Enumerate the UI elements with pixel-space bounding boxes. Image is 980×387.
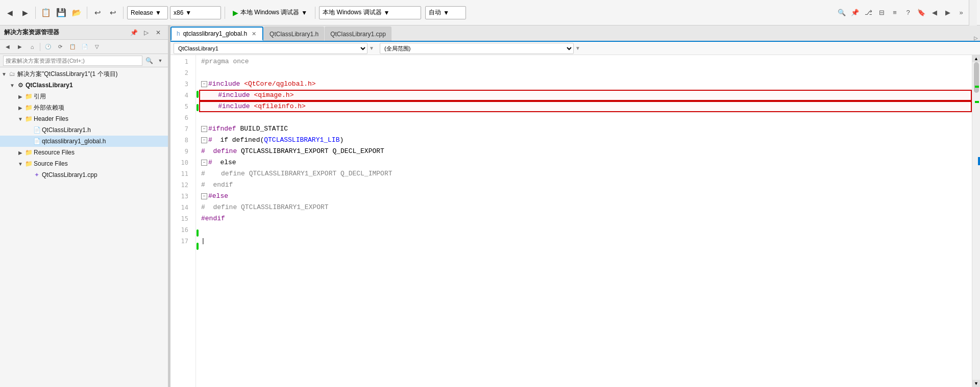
tree-item-resourcefiles[interactable]: ▶📁Resource Files — [0, 147, 168, 158]
debugger-arrow: ▼ — [384, 9, 390, 16]
next-icon-btn[interactable]: ▶ — [942, 7, 953, 18]
tab-close-global[interactable]: ✕ — [250, 30, 257, 37]
sidebar-tb-recent[interactable]: 🕐 — [42, 41, 54, 53]
code-line-2 — [199, 67, 972, 79]
tree-item-[interactable]: ▶📁引用 — [0, 91, 168, 102]
scroll-marker-green1 — [975, 86, 979, 88]
code-line-7: −#ifndef BUILD_STATIC — [199, 123, 972, 135]
debugger-label: 本地 Windows 调试器 — [323, 8, 381, 17]
sidebar-tb-back[interactable]: ◀ — [2, 41, 13, 53]
prev-icon-btn[interactable]: ◀ — [929, 7, 940, 18]
code-content[interactable]: #pragma once −#include <QtCore/qglobal.h… — [199, 55, 972, 387]
tree-item-qtclasslibrary1globalh[interactable]: 📄qtclasslibrary1_global.h — [0, 136, 168, 147]
sidebar-tb-filter[interactable]: ▽ — [91, 41, 103, 53]
sidebar-tb-props[interactable]: 📄 — [79, 41, 90, 53]
run-label: 本地 Windows 调试器 — [240, 8, 299, 17]
scope-selector[interactable]: QtClassLibrary1 — [174, 43, 368, 54]
auto-dropdown[interactable]: 自动 ▼ — [425, 6, 466, 19]
save-btn[interactable]: 💾 — [55, 6, 68, 19]
sidebar-pin-btn[interactable]: 📌 — [128, 27, 139, 38]
config-dropdown[interactable]: Release ▼ — [127, 6, 168, 19]
code-line-4: #include <qimage.h> — [199, 90, 972, 101]
editor-area: h qtclasslibrary1_global.h ✕ QtClassLibr… — [170, 25, 980, 387]
help-icon-btn[interactable]: ? — [902, 7, 914, 18]
sep4 — [225, 7, 225, 19]
sidebar-arrow-btn[interactable]: ▷ — [140, 27, 152, 38]
code-line-16 — [199, 224, 972, 236]
scroll-down[interactable]: ▼ — [972, 380, 981, 387]
scroll-marker-blue — [978, 157, 980, 165]
code-line-1: #pragma once — [199, 56, 972, 67]
code-line-14: # define QTCLASSLIBRARY1_EXPORT — [199, 202, 972, 213]
tab-qtclasslibrary1-cpp[interactable]: QtClassLibrary1.cpp — [325, 27, 391, 41]
debugger-dropdown[interactable]: 本地 Windows 调试器 ▼ — [319, 6, 421, 19]
editor-scrollbar[interactable]: ▲ ▼ — [972, 55, 980, 387]
sep2 — [87, 7, 87, 19]
solution-explorer-panel: 解决方案资源管理器 📌 ▷ ✕ ◀ ▶ ⌂ 🕐 ⟳ 📋 📄 ▽ 🔍 ▼ ▼🗂解决… — [0, 25, 168, 387]
collapse-icon[interactable]: − — [201, 160, 207, 166]
scope-arrow[interactable]: ▼ — [368, 43, 376, 54]
code-line-11: # define QTCLASSLIBRARY1_EXPORT Q_DECL_I… — [199, 168, 972, 179]
sidebar-tb-copy[interactable]: 📋 — [67, 41, 78, 53]
main-area: 解决方案资源管理器 📌 ▷ ✕ ◀ ▶ ⌂ 🕐 ⟳ 📋 📄 ▽ 🔍 ▼ ▼🗂解决… — [0, 25, 980, 387]
tree-item-qtclasslibrary1cpp[interactable]: ✦QtClassLibrary1.cpp — [0, 169, 168, 180]
sidebar-search-dropdown[interactable]: ▼ — [156, 56, 165, 65]
run-button[interactable]: ▶ 本地 Windows 调试器 ▼ — [229, 6, 311, 19]
scroll-thumb[interactable] — [974, 62, 979, 93]
tab-qtclasslibrary1-global[interactable]: h qtclasslibrary1_global.h ✕ — [170, 27, 263, 41]
sidebar-tb-fwd[interactable]: ▶ — [14, 41, 26, 53]
find-icon-btn[interactable]: 🔍 — [836, 7, 847, 18]
tab-label-global: qtclasslibrary1_global.h — [183, 30, 247, 37]
collapse-icon[interactable]: − — [201, 126, 207, 132]
tree-item-qtclasslibrary1[interactable]: ▼⚙QtClassLibrary1 — [0, 80, 168, 91]
align-icon-btn[interactable]: ≡ — [889, 7, 900, 18]
global-scope-selector[interactable]: (全局范围) — [380, 43, 574, 54]
sidebar-search-btn[interactable]: 🔍 — [144, 56, 154, 65]
code-line-6 — [199, 112, 972, 123]
scroll-up[interactable]: ▲ — [972, 55, 981, 62]
sep — [40, 43, 40, 51]
collapse-icon[interactable]: − — [201, 137, 207, 143]
collapse-icon[interactable]: − — [201, 193, 207, 199]
sidebar-search-input[interactable] — [3, 56, 142, 66]
sep1 — [35, 7, 36, 19]
tree-item-[interactable]: ▶📁外部依赖项 — [0, 102, 168, 113]
auto-label: 自动 — [429, 8, 441, 17]
bookmark-icon-btn[interactable]: 🔖 — [916, 7, 927, 18]
tab-scroll-btn[interactable]: ▷ — [972, 35, 980, 41]
run-arrow: ▼ — [301, 9, 307, 16]
tree-item-headerfiles[interactable]: ▼📁Header Files — [0, 113, 168, 124]
undo-btn[interactable]: ↩ — [91, 6, 104, 19]
tree-item-sourcefiles[interactable]: ▼📁Source Files — [0, 158, 168, 169]
play-icon: ▶ — [233, 9, 238, 17]
pin-icon-btn[interactable]: 📌 — [849, 7, 861, 18]
sidebar-search-bar: 🔍 ▼ — [0, 54, 168, 67]
tree-item-qtclasslibrary11[interactable]: ▼🗂解决方案"QtClassLibrary1"(1 个项目) — [0, 68, 168, 80]
diff-icon-btn[interactable]: ⊟ — [876, 7, 887, 18]
new-btn[interactable]: 📋 — [39, 6, 53, 19]
file-tree: ▼🗂解决方案"QtClassLibrary1"(1 个项目)▼⚙QtClassL… — [0, 67, 168, 387]
tree-item-qtclasslibrary1h[interactable]: 📄QtClassLibrary1.h — [0, 124, 168, 136]
location-bar: QtClassLibrary1 ▼ (全局范围) ▼ — [170, 42, 980, 55]
platform-label: x86 — [174, 9, 183, 16]
sidebar-tb-home[interactable]: ⌂ — [27, 41, 38, 53]
collapse-icon[interactable]: − — [201, 81, 207, 87]
main-toolbar: ◀ ▶ 📋 💾 📂 ↩ ↩ Release ▼ x86 ▼ ▶ 本地 Windo… — [0, 0, 980, 25]
tab-qtclasslibrary1-h[interactable]: QtClassLibrary1.h — [264, 27, 324, 41]
sidebar-tb-sync[interactable]: ⟳ — [55, 41, 66, 53]
code-line-13: −#else — [199, 191, 972, 202]
toolbar-scroll — [969, 0, 977, 25]
code-editor: 1234567891011121314151617 #pragma once −… — [170, 55, 980, 387]
fwd-btn[interactable]: ▶ — [18, 6, 32, 19]
platform-dropdown[interactable]: x86 ▼ — [170, 6, 221, 19]
save-all-btn[interactable]: 📂 — [70, 6, 83, 19]
config-arrow: ▼ — [155, 9, 161, 16]
sidebar-close-btn[interactable]: ✕ — [153, 27, 164, 38]
more-icon-btn[interactable]: » — [955, 7, 967, 18]
branch-icon-btn[interactable]: ⎇ — [863, 7, 874, 18]
back-btn[interactable]: ◀ — [3, 6, 16, 19]
global-scope-arrow[interactable]: ▼ — [574, 43, 582, 54]
code-line-17: | — [199, 236, 972, 247]
code-line-8: −# if defined(QTCLASSLIBRARY1_LIB) — [199, 135, 972, 146]
redo-btn[interactable]: ↩ — [106, 6, 119, 19]
